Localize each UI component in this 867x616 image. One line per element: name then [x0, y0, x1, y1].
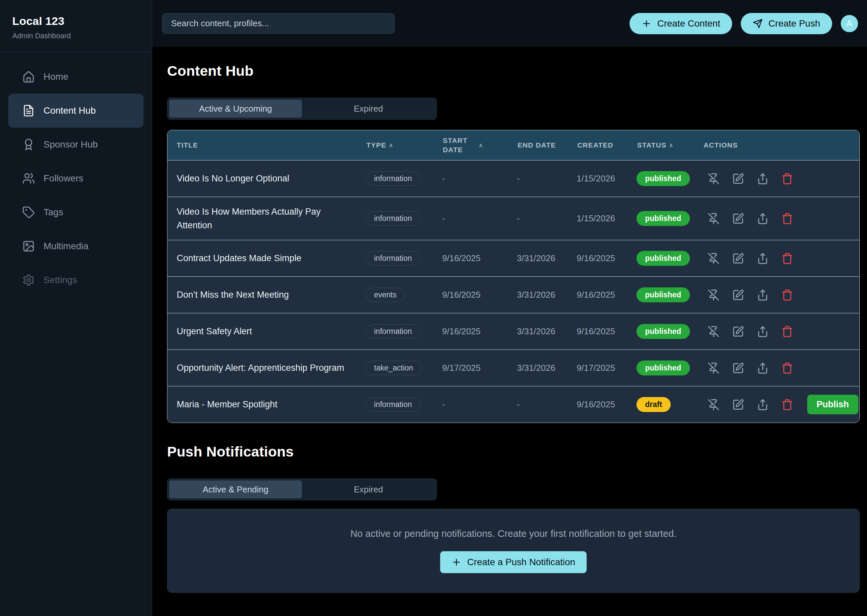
delete-button[interactable] — [781, 399, 793, 411]
tab-active-upcoming[interactable]: Active & Upcoming — [169, 100, 302, 118]
edit-button[interactable] — [732, 253, 744, 264]
delete-button[interactable] — [781, 253, 793, 264]
row-created-date: 9/16/2025 — [576, 290, 636, 300]
delete-button[interactable] — [781, 213, 793, 225]
sort-asc-icon: ∧ — [479, 142, 483, 149]
row-end-date: 3/31/2026 — [517, 363, 576, 373]
share-button[interactable] — [757, 213, 769, 225]
content-table: TITLE TYPE∧ START DATE∧ END DATE CREATED… — [167, 130, 860, 423]
row-end-date: - — [517, 399, 576, 410]
share-icon — [757, 289, 769, 301]
sidebar-item-settings[interactable]: Settings — [8, 263, 143, 297]
create-push-notification-button[interactable]: Create a Push Notification — [440, 551, 586, 573]
edit-icon — [732, 289, 744, 301]
page-title: Content Hub — [167, 63, 860, 79]
row-actions: Publish — [703, 395, 859, 414]
table-row: Video Is No Longer Optional information … — [167, 160, 859, 197]
edit-button[interactable] — [732, 362, 744, 374]
unpin-button[interactable] — [708, 362, 719, 374]
create-push-notification-label: Create a Push Notification — [467, 557, 575, 567]
push-empty-message: No active or pending notifications. Crea… — [350, 528, 677, 539]
share-button[interactable] — [757, 253, 769, 264]
sidebar-item-sponsor-hub[interactable]: Sponsor Hub — [8, 127, 143, 162]
tab-active-pending[interactable]: Active & Pending — [169, 481, 302, 498]
type-badge: information — [366, 398, 420, 412]
edit-icon — [732, 362, 744, 374]
status-badge: published — [636, 324, 690, 339]
row-title: Contract Updates Made Simple — [167, 244, 366, 273]
column-header-start-date[interactable]: START DATE∧ — [442, 136, 517, 155]
row-actions — [703, 362, 859, 374]
unpin-button[interactable] — [708, 173, 719, 185]
row-title: Opportunity Alert: Apprenticeship Progra… — [167, 353, 366, 383]
pin-off-icon — [708, 362, 719, 374]
search-input[interactable] — [162, 13, 395, 33]
tag-icon — [22, 206, 35, 218]
sidebar-item-home[interactable]: Home — [8, 60, 143, 94]
edit-button[interactable] — [732, 325, 744, 338]
row-start-date: 9/16/2025 — [442, 290, 517, 300]
edit-button[interactable] — [732, 173, 744, 185]
edit-icon — [732, 213, 744, 225]
edit-icon — [732, 325, 744, 338]
edit-button[interactable] — [732, 213, 744, 225]
sidebar-item-label: Settings — [44, 275, 77, 285]
trash-icon — [781, 289, 793, 301]
share-icon — [757, 399, 769, 411]
delete-button[interactable] — [781, 173, 793, 185]
status-badge: published — [636, 288, 690, 302]
row-created-date: 1/15/2026 — [576, 173, 636, 184]
image-icon — [22, 240, 35, 253]
avatar[interactable]: A — [841, 15, 858, 32]
content-table-header: TITLE TYPE∧ START DATE∧ END DATE CREATED… — [167, 130, 859, 160]
create-push-label: Create Push — [768, 18, 820, 29]
share-button[interactable] — [757, 325, 769, 338]
share-icon — [757, 325, 769, 338]
tab-push-expired[interactable]: Expired — [302, 481, 435, 498]
trash-icon — [781, 253, 793, 264]
share-button[interactable] — [757, 289, 769, 301]
edit-button[interactable] — [732, 289, 744, 301]
edit-button[interactable] — [732, 399, 744, 411]
tab-content-expired[interactable]: Expired — [302, 100, 435, 118]
share-button[interactable] — [757, 173, 769, 185]
sidebar-item-content-hub[interactable]: Content Hub — [8, 94, 143, 127]
status-badge: draft — [636, 397, 671, 412]
table-row: Opportunity Alert: Apprenticeship Progra… — [167, 349, 859, 386]
column-header-type[interactable]: TYPE∧ — [366, 141, 442, 149]
row-title: Video Is No Longer Optional — [167, 164, 366, 193]
table-row: Maria - Member Spotlight information - -… — [167, 386, 859, 423]
row-actions — [703, 173, 859, 185]
unpin-button[interactable] — [708, 213, 719, 225]
delete-button[interactable] — [781, 362, 793, 374]
sidebar-item-tags[interactable]: Tags — [8, 195, 143, 229]
row-actions — [703, 325, 859, 338]
row-created-date: 9/17/2025 — [576, 363, 636, 373]
delete-button[interactable] — [781, 325, 793, 338]
share-button[interactable] — [757, 362, 769, 374]
table-row: Video Is How Members Actually Pay Attent… — [167, 197, 859, 240]
column-header-end-date: END DATE — [517, 141, 576, 149]
column-header-status[interactable]: STATUS∧ — [636, 141, 703, 149]
sidebar-item-label: Followers — [44, 173, 83, 184]
row-start-date: 9/16/2025 — [442, 253, 517, 264]
table-row: Urgent Safety Alert information 9/16/202… — [167, 313, 859, 349]
delete-button[interactable] — [781, 289, 793, 301]
publish-button[interactable]: Publish — [807, 395, 858, 414]
unpin-button[interactable] — [708, 289, 719, 301]
type-badge: information — [366, 251, 420, 266]
unpin-button[interactable] — [708, 253, 719, 264]
create-content-button[interactable]: Create Content — [630, 13, 732, 34]
unpin-button[interactable] — [708, 399, 719, 411]
create-push-button[interactable]: Create Push — [741, 13, 832, 34]
document-icon — [22, 104, 35, 117]
unpin-button[interactable] — [708, 325, 719, 338]
share-button[interactable] — [757, 399, 769, 411]
sidebar-item-multimedia[interactable]: Multimedia — [8, 229, 143, 263]
pin-off-icon — [708, 289, 719, 301]
table-row: Don’t Miss the Next Meeting events 9/16/… — [167, 277, 859, 313]
main-column: Create Content Create Push A Content Hub… — [152, 0, 867, 616]
row-title: Urgent Safety Alert — [167, 317, 366, 346]
sidebar-item-followers[interactable]: Followers — [8, 162, 143, 195]
row-created-date: 1/15/2026 — [576, 213, 636, 224]
